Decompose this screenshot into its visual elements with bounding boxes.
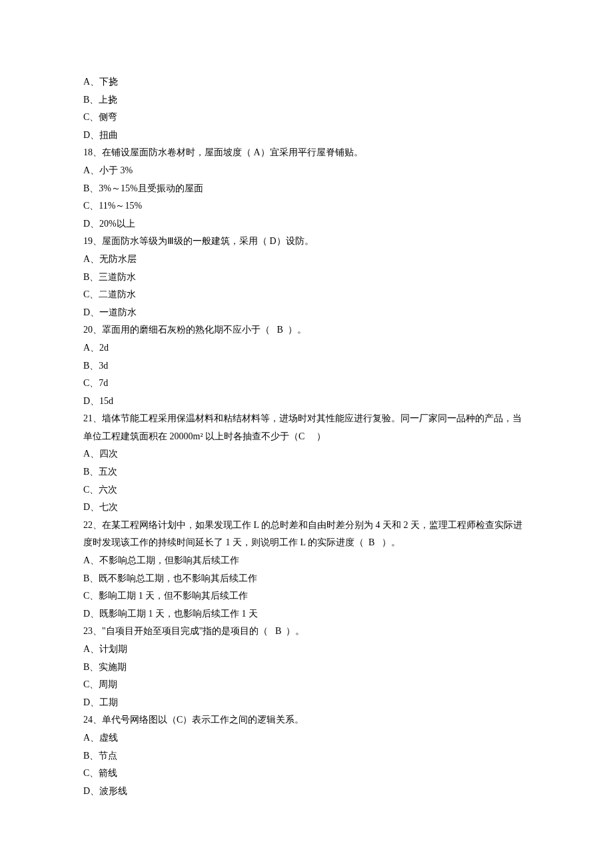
question-line: 22、在某工程网络计划中，如果发现工作 L 的总时差和自由时差分别为 4 天和 … xyxy=(83,517,530,552)
text-line: A、不影响总工期，但影响其后续工作 xyxy=(83,552,530,570)
question-line: 24、单代号网络图以（C）表示工作之间的逻辑关系。 xyxy=(83,711,530,729)
text-line: B、节点 xyxy=(83,747,530,765)
text-line: B、实施期 xyxy=(83,659,530,677)
text-line: C、周期 xyxy=(83,676,530,694)
text-line: B、五次 xyxy=(83,463,530,481)
text-line: A、四次 xyxy=(83,445,530,463)
question-line: 20、罩面用的磨细石灰粉的熟化期不应小于（ B ）。 xyxy=(83,321,530,339)
question-line: 21、墙体节能工程采用保温材料和粘结材料等，进场时对其性能应进行复验。同一厂家同… xyxy=(83,410,530,445)
text-line: A、无防水层 xyxy=(83,251,530,269)
text-line: C、箭线 xyxy=(83,765,530,783)
text-line: C、六次 xyxy=(83,481,530,499)
text-line: D、波形线 xyxy=(83,783,530,801)
text-line: B、既不影响总工期，也不影响其后续工作 xyxy=(83,570,530,588)
text-line: D、工期 xyxy=(83,694,530,712)
text-line: B、3d xyxy=(83,357,530,375)
text-line: D、15d xyxy=(83,393,530,411)
text-line: A、2d xyxy=(83,339,530,357)
text-line: C、二道防水 xyxy=(83,286,530,304)
question-line: 23、"自项目开始至项目完成"指的是项目的（ B ）。 xyxy=(83,623,530,641)
text-line: A、计划期 xyxy=(83,641,530,659)
text-line: D、既影响工期 1 天，也影响后续工作 1 天 xyxy=(83,605,530,623)
text-line: B、3%～15%且受振动的屋面 xyxy=(83,180,530,198)
document-page: A、下挠 B、上挠 C、侧弯 D、扭曲 18、在铺设屋面防水卷材时，屋面坡度（ … xyxy=(0,0,613,868)
text-line: D、七次 xyxy=(83,499,530,517)
text-line: B、三道防水 xyxy=(83,269,530,287)
text-line: A、小于 3% xyxy=(83,162,530,180)
text-line: C、侧弯 xyxy=(83,109,530,127)
question-line: 19、屋面防水等级为Ⅲ级的一般建筑，采用（ D）设防。 xyxy=(83,233,530,251)
text-line: A、下挠 xyxy=(83,73,530,91)
text-line: A、虚线 xyxy=(83,729,530,747)
text-line: B、上挠 xyxy=(83,91,530,109)
text-line: C、7d xyxy=(83,375,530,393)
text-line: C、11%～15% xyxy=(83,197,530,215)
text-line: D、20%以上 xyxy=(83,215,530,233)
text-line: C、影响工期 1 天，但不影响其后续工作 xyxy=(83,587,530,605)
question-line: 18、在铺设屋面防水卷材时，屋面坡度（ A）宜采用平行屋脊铺贴。 xyxy=(83,144,530,162)
text-line: D、扭曲 xyxy=(83,127,530,145)
text-line: D、一道防水 xyxy=(83,304,530,322)
